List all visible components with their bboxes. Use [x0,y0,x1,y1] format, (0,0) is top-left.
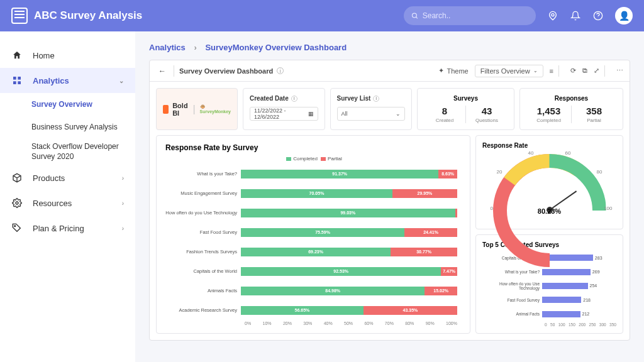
refresh-icon[interactable]: ⟳ [570,67,576,75]
svg-rect-5 [13,77,16,80]
chart-row: Music Engagement Survey70.05%29.95% [165,187,457,200]
svg-point-10 [14,226,16,227]
bar-label: What is your Take? [165,171,241,177]
grid-icon [11,75,23,86]
select-value: All [341,111,348,117]
search-icon [411,12,419,20]
bar-label: Music Engagement Survey [165,190,241,196]
bar-value: 218 [583,298,591,302]
chart-row: Capitals of the World92.53%7.47% [165,265,457,278]
list-view-icon[interactable]: ≡ [550,67,553,75]
sidebar-item-resources[interactable]: Resources › [0,190,135,216]
bar-value: 283 [595,256,602,260]
date-value: 11/22/2022 - 12/6/2022 [254,107,308,120]
gear-icon [11,197,23,209]
breadcrumb: Analytics › SurveyMonkey Overview Dashbo… [149,43,630,52]
chart-row: What is your Take?269 [482,266,616,278]
bar [542,283,588,289]
response-rate-chart: Response Rate by Survey Completed Partia… [156,135,470,334]
card-title: Survey List [337,95,371,102]
bar-label: Animal Facts [482,312,542,316]
sidebar-item-label: Home [33,51,55,60]
bar-label: Fast Food Survey [482,298,542,302]
bar-label: Animals Facts [165,288,241,293]
svg-line-1 [416,16,417,18]
card-title: Surveys [424,95,508,102]
main: Analytics › SurveyMonkey Overview Dashbo… [135,31,644,362]
bell-icon[interactable] [570,10,581,21]
search-input[interactable] [423,11,528,20]
search-box[interactable] [404,6,536,25]
sidebar-item-label: Plan & Pricing [33,224,84,233]
link-icon[interactable]: ⧉ [582,67,587,75]
bar [542,311,580,317]
topbar: ABC Survey Analysis 👤 [0,0,644,31]
breadcrumb-link[interactable]: Analytics [149,43,186,52]
card-title: Created Date [250,95,289,102]
bar-label: Capitals of the World [165,268,241,274]
sidebar-item-label: Resources [33,199,72,208]
chart-row: Fast Food Survey218 [482,294,616,305]
date-range-input[interactable]: 11/22/2022 - 12/6/2022 ▦ [250,107,318,121]
sidebar-sub-survey-overview[interactable]: Survey Overview [0,93,135,116]
boldbi-icon [163,105,169,114]
svg-rect-7 [13,81,16,84]
sidebar-item-label: Products [33,173,65,183]
chart-row: Academic Research Survey56.65%43.35% [165,304,457,317]
survey-select[interactable]: All ⌄ [337,107,406,121]
gauge-tick: 60 [565,150,571,156]
gauge-tick: 40 [528,150,534,156]
info-icon[interactable]: i [373,96,379,102]
sidebar-item-products[interactable]: Products › [0,165,135,190]
divider [174,65,174,77]
sidebar-item-label: Analytics [33,76,69,85]
svg-point-0 [412,13,416,18]
bar [542,255,593,261]
card-title: Responses [526,95,616,102]
breadcrumb-current: SurveyMonkey Overview Dashboard [205,43,347,52]
surveymonkey-label: 🐵 SurveyMonkey [200,104,231,114]
app-title: ABC Survey Analysis [34,9,142,22]
sidebar-sub-stackoverflow[interactable]: Stack Overflow Developer Survey 2020 [0,138,135,165]
theme-button[interactable]: ✦Theme [438,67,468,75]
chevron-right-icon: › [122,225,124,232]
responses-stat-card: Responses 1,453Completed 358Partial [519,88,623,130]
svg-rect-6 [18,77,21,80]
sidebar-sub-business-survey[interactable]: Business Survey Analysis [0,116,135,138]
surveys-stat-card: Surveys 8Created 43Questions [417,88,514,130]
chart-row: Animals Facts84.98%15.02% [165,284,457,298]
svg-point-2 [552,14,554,16]
bar-label: Fashion Trends Surveys [165,249,241,255]
help-icon[interactable] [592,10,604,21]
sidebar-item-home[interactable]: Home [0,43,135,68]
chart-title: Response Rate [482,142,616,149]
chart-row: How often do you Use Technology99.03% [165,206,457,220]
fullscreen-icon[interactable]: ⤢ [594,67,599,75]
app-logo-icon [11,8,28,24]
info-icon[interactable]: i [291,96,297,102]
divider [604,65,605,77]
sidebar-item-analytics[interactable]: Analytics ⌄ [0,68,135,93]
sidebar-item-pricing[interactable]: Plan & Pricing › [0,216,135,241]
bar-label: How often do you Use Technology [165,210,241,216]
bar [542,269,591,275]
chevron-right-icon: › [122,200,124,207]
chart-row: What is your Take?91.37%8.63% [165,167,457,181]
back-button[interactable]: ← [156,67,169,75]
svg-rect-8 [18,81,21,84]
svg-point-9 [16,202,18,204]
info-icon[interactable]: i [277,67,284,74]
filters-dropdown[interactable]: Filters Overview⌄ [475,65,543,77]
chart-row: Fashion Trends Surveys69.23%30.77% [165,245,457,259]
tag-icon [11,222,23,234]
chart-row: How often do you Use Technology254 [482,280,616,292]
more-icon[interactable]: ⋯ [616,67,623,75]
dashboard-title: Survey Overview Dashboard [179,67,273,75]
dashboard-header: ← Survey Overview Dashboard i ✦Theme Fil… [150,60,630,82]
stat-value: 358 [572,106,616,116]
location-icon[interactable] [547,10,558,21]
chart-row: Animal Facts212 [482,309,616,320]
bar-label: What is your Take? [482,270,542,274]
user-avatar[interactable]: 👤 [615,7,633,25]
gauge-tick: 20 [497,169,502,175]
